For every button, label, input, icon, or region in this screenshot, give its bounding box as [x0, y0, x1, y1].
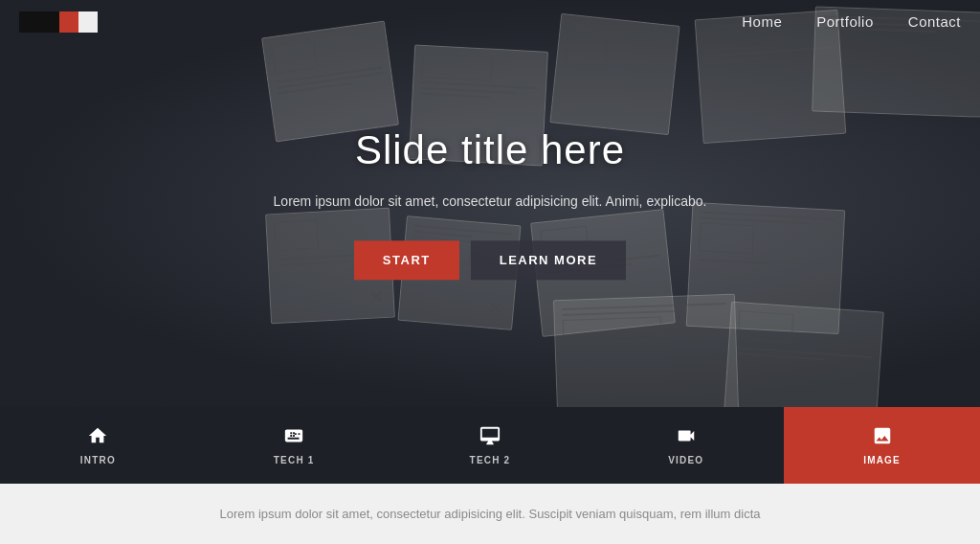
monitor-icon [479, 425, 501, 450]
nav-link-home[interactable]: Home [742, 13, 782, 30]
tab-video[interactable]: VIDEO [588, 407, 784, 484]
keyboard-icon [283, 425, 304, 450]
learn-more-button[interactable]: LEARN MORE [471, 240, 626, 280]
nav-item-contact[interactable]: Contact [908, 13, 961, 31]
tab-tech1-label: TECH 1 [274, 455, 315, 465]
sketch-note-10 [553, 294, 739, 407]
footer-area: Lorem ipsum dolor sit amet, consectetur … [0, 484, 980, 544]
tab-tech2-label: TECH 2 [470, 455, 511, 465]
hero-content: Slide title here Lorem ipsum dolor sit a… [251, 127, 729, 280]
tab-image-label: IMAGE [863, 455, 901, 465]
navbar: Home Portfolio Contact [0, 0, 980, 44]
nav-link-contact[interactable]: Contact [908, 13, 961, 30]
start-button[interactable]: START [354, 240, 459, 280]
nav-links: Home Portfolio Contact [742, 13, 961, 31]
nav-item-home[interactable]: Home [742, 13, 782, 31]
sketch-note-11 [724, 302, 884, 407]
tab-bar: INTRO TECH 1 TECH 2 VIDEO IM [0, 407, 980, 484]
logo-red [59, 11, 78, 33]
logo [19, 11, 98, 33]
hero-title: Slide title here [251, 127, 729, 173]
hero-section: ✕ ✕ [0, 0, 980, 407]
play-icon [676, 425, 697, 450]
tab-tech2[interactable]: TECH 2 [392, 407, 589, 484]
tab-image[interactable]: IMAGE [784, 407, 980, 484]
image-icon [872, 425, 893, 450]
hero-buttons: START LEARN MORE [251, 240, 729, 280]
logo-black [19, 11, 59, 33]
hero-subtitle: Lorem ipsum dolor sit amet, consectetur … [251, 191, 729, 212]
tab-video-label: VIDEO [668, 455, 703, 465]
footer-text: Lorem ipsum dolor sit amet, consectetur … [219, 505, 760, 524]
tab-intro[interactable]: INTRO [0, 407, 196, 484]
home-icon [87, 425, 108, 450]
nav-item-portfolio[interactable]: Portfolio [816, 13, 874, 31]
logo-white [78, 11, 98, 33]
tab-tech1[interactable]: TECH 1 [196, 407, 392, 484]
nav-link-portfolio[interactable]: Portfolio [816, 13, 874, 30]
tab-intro-label: INTRO [80, 455, 116, 465]
